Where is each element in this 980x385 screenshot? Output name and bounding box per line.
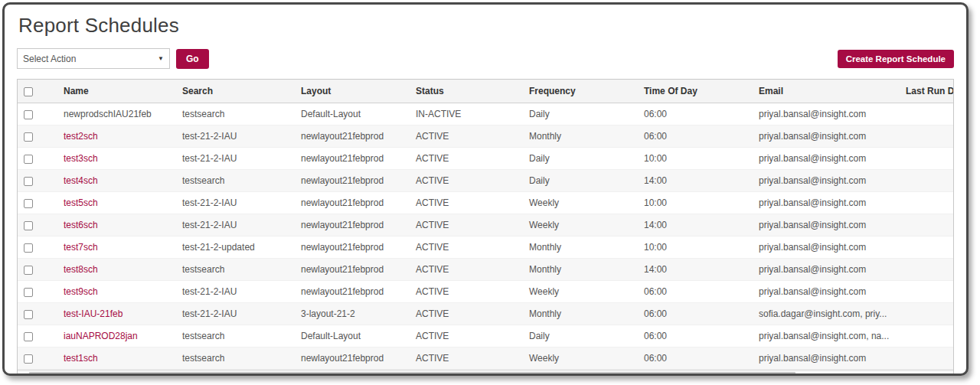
cell-last-run-date [900,103,953,126]
cell-last-run-date [900,148,953,170]
cell-layout: newlayout21febprod [295,192,410,214]
cell-status: ACTIVE [410,259,523,281]
cell-email: priyal.bansal@insight.com [753,192,900,214]
cell-status: ACTIVE [410,281,523,303]
table-row: test2schtest-21-2-IAUnewlayout21febprodA… [18,126,953,148]
cell-name: test9sch [57,281,176,303]
cell-search: test-21-2-IAU [176,214,295,237]
cell-search: test-21-2-updated [176,237,295,259]
schedule-name-link[interactable]: test-IAU-21feb [64,308,122,319]
cell-frequency: Monthly [523,303,638,325]
cell-email: priyal.bansal@insight.com [753,237,900,259]
cell-email: priyal.bansal@insight.com [753,148,900,170]
cell-name: test7sch [57,237,176,259]
create-report-schedule-button[interactable]: Create Report Schedule [838,50,954,68]
row-checkbox[interactable] [24,354,33,364]
row-checkbox-cell [18,325,57,347]
scrollbar-track[interactable] [29,372,942,377]
cell-frequency: Monthly [523,237,638,259]
select-all-checkbox[interactable] [24,87,33,96]
scroll-right-icon[interactable]: ► [942,374,953,376]
cell-status: ACTIVE [410,237,523,259]
cell-time-of-day: 10:00 [638,192,753,214]
row-checkbox[interactable] [24,221,33,230]
cell-layout: newlayout21febprod [295,148,410,170]
schedule-name-link[interactable]: test5sch [64,197,98,208]
cell-search: testsearch [176,170,295,192]
cell-email: priyal.bansal@insight.com [753,126,900,148]
row-checkbox-cell [18,214,57,237]
schedule-name-link[interactable]: test7sch [64,242,98,253]
cell-time-of-day: 14:00 [638,170,753,192]
table-row: test6schtest-21-2-IAUnewlayout21febprodA… [18,214,953,237]
row-checkbox[interactable] [24,110,33,119]
cell-status: ACTIVE [410,148,523,170]
row-checkbox-cell [18,237,57,259]
schedule-name-link[interactable]: iauNAPROD28jan [64,331,138,341]
report-schedules-page: Report Schedules Select Action ▼ Go Crea… [2,2,969,376]
cell-layout: newlayout21febprod [295,214,410,237]
page-title: Report Schedules [18,14,954,38]
cell-last-run-date [900,126,953,148]
schedule-name-link[interactable]: test2sch [64,131,98,142]
cell-time-of-day: 06:00 [638,347,753,370]
schedules-table: NameSearchLayoutStatusFrequencyTime Of D… [18,80,953,370]
cell-name: newprodschIAU21feb [57,103,176,126]
cell-last-run-date [900,303,953,325]
row-checkbox-cell [18,103,57,126]
schedule-name-link[interactable]: test8sch [64,264,98,275]
horizontal-scrollbar: ◄ ► [18,370,953,376]
row-checkbox[interactable] [24,310,33,319]
cell-name: test6sch [57,214,176,237]
row-checkbox[interactable] [24,266,33,275]
cell-frequency: Daily [523,170,638,192]
row-checkbox[interactable] [24,243,33,253]
cell-time-of-day: 10:00 [638,237,753,259]
action-select[interactable]: Select Action ▼ [17,48,170,69]
cell-layout: Default-Layout [295,325,410,347]
cell-last-run-date [900,281,953,303]
cell-search: test-21-2-IAU [176,192,295,214]
row-checkbox[interactable] [24,332,33,341]
cell-status: ACTIVE [410,126,523,148]
select-all-cell [18,80,57,103]
schedule-name-link[interactable]: test3sch [64,153,98,164]
cell-last-run-date [900,192,953,214]
column-header: Email [753,80,900,103]
schedule-name-link[interactable]: test1sch [64,353,98,364]
row-checkbox[interactable] [24,288,33,297]
cell-frequency: Daily [523,103,638,126]
cell-name: test2sch [57,126,176,148]
cell-email: priyal.bansal@insight.com [753,103,900,126]
cell-search: testsearch [176,103,295,126]
table-row: test-IAU-21febtest-21-2-IAU3-layout-21-2… [18,303,953,325]
schedule-name-link[interactable]: test9sch [64,286,98,297]
row-checkbox[interactable] [24,199,33,208]
row-checkbox-cell [18,281,57,303]
cell-email: priyal.bansal@insight.com [753,281,900,303]
cell-search: testsearch [176,259,295,281]
schedule-name-link[interactable]: test4sch [64,175,98,186]
table-row: test1schtestsearchnewlayout21febprodACTI… [18,347,953,370]
cell-frequency: Weekly [523,347,638,370]
row-checkbox[interactable] [24,155,33,164]
schedule-name-link[interactable]: test6sch [64,220,98,230]
cell-frequency: Weekly [523,214,638,237]
table-row: test9schtest-21-2-IAUnewlayout21febprodA… [18,281,953,303]
cell-name: test4sch [57,170,176,192]
row-checkbox[interactable] [24,177,33,186]
row-checkbox[interactable] [24,132,33,142]
scroll-left-icon[interactable]: ◄ [18,374,29,376]
cell-frequency: Monthly [523,259,638,281]
cell-time-of-day: 14:00 [638,214,753,237]
chevron-down-icon: ▼ [158,55,164,62]
row-checkbox-cell [18,148,57,170]
column-header: Name [57,80,176,103]
cell-name: iauNAPROD28jan [57,325,176,347]
row-checkbox-cell [18,259,57,281]
scrollbar-thumb[interactable] [29,372,795,377]
cell-last-run-date [900,237,953,259]
column-header: Frequency [523,80,638,103]
go-button[interactable]: Go [176,49,209,69]
cell-name: test1sch [57,347,176,370]
